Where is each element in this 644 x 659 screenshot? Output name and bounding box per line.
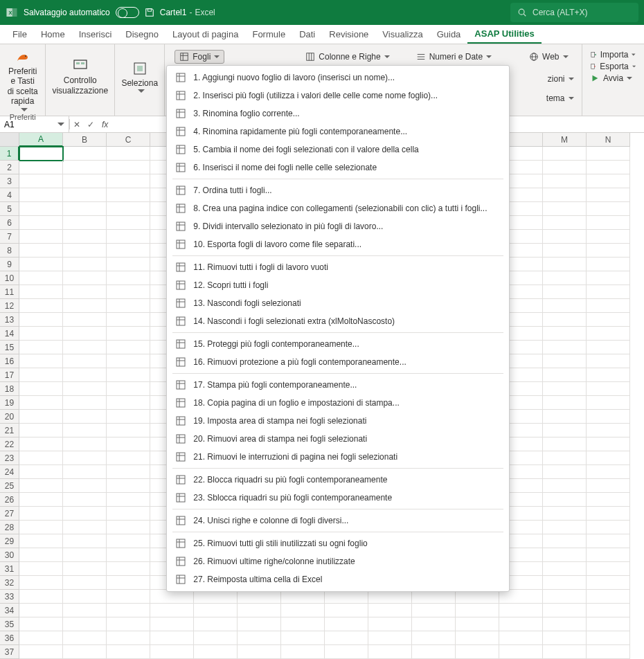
cell[interactable]	[19, 465, 63, 479]
cell[interactable]	[587, 327, 630, 341]
menu-item[interactable]: 21. Rimuovi le interruzioni di pagina ne…	[167, 448, 509, 466]
menu-item[interactable]: 7. Ordina tutti i fogli...	[167, 181, 509, 199]
cell[interactable]	[587, 396, 630, 410]
cell[interactable]	[543, 161, 587, 174]
cell[interactable]	[107, 147, 150, 161]
menu-item[interactable]: 24. Unisci righe e colonne di fogli dive…	[167, 512, 509, 530]
cell[interactable]	[543, 147, 587, 161]
row-header[interactable]: 3	[0, 174, 19, 188]
row-header[interactable]: 25	[0, 479, 19, 493]
cell[interactable]	[281, 617, 325, 631]
cancel-icon[interactable]: ✕	[70, 116, 84, 132]
cell[interactable]	[107, 188, 150, 202]
cell[interactable]	[543, 507, 587, 521]
cell[interactable]	[19, 202, 63, 216]
cell[interactable]	[412, 590, 456, 604]
tab-inserisci[interactable]: Inserisci	[72, 25, 119, 44]
esporta-button[interactable]: Esporta	[590, 62, 636, 71]
menu-item[interactable]: 1. Aggiungi nuovo foglio di lavoro (inse…	[167, 69, 509, 87]
cell[interactable]	[238, 645, 281, 659]
cell[interactable]	[19, 562, 63, 576]
cell[interactable]	[19, 396, 63, 410]
row-header[interactable]: 7	[0, 230, 19, 244]
cell[interactable]	[19, 631, 63, 645]
cell[interactable]	[107, 327, 150, 341]
cell[interactable]	[456, 604, 499, 617]
cell[interactable]	[543, 631, 587, 645]
cell[interactable]	[150, 645, 194, 659]
menu-item[interactable]: 13. Nascondi fogli selezionati	[167, 294, 509, 312]
cell[interactable]	[543, 493, 587, 507]
cell[interactable]	[238, 617, 281, 631]
row-header[interactable]: 13	[0, 313, 19, 327]
cell[interactable]	[543, 534, 587, 548]
cell[interactable]	[63, 507, 107, 521]
column-header[interactable]: N	[587, 133, 630, 147]
cell[interactable]	[412, 617, 456, 631]
cell[interactable]	[63, 465, 107, 479]
menu-item[interactable]: 19. Imposta area di stampa nei fogli sel…	[167, 412, 509, 430]
cell[interactable]	[587, 493, 630, 507]
cell[interactable]	[107, 174, 150, 188]
seleziona-button[interactable]: Seleziona	[121, 48, 158, 105]
row-header[interactable]: 33	[0, 590, 19, 604]
cell[interactable]	[19, 313, 63, 327]
cell[interactable]	[587, 174, 630, 188]
cell[interactable]	[107, 521, 150, 534]
menu-item[interactable]: 6. Inserisci il nome dei fogli nelle cel…	[167, 159, 509, 177]
cell[interactable]	[587, 465, 630, 479]
cell[interactable]	[19, 493, 63, 507]
cell[interactable]	[499, 645, 543, 659]
cell[interactable]	[499, 631, 543, 645]
cell[interactable]	[456, 590, 499, 604]
cell[interactable]	[587, 188, 630, 202]
menu-item[interactable]: 8. Crea una pagina indice con collegamen…	[167, 199, 509, 217]
cell[interactable]	[456, 617, 499, 631]
cell[interactable]	[587, 576, 630, 590]
row-header[interactable]: 34	[0, 604, 19, 617]
row-header[interactable]: 2	[0, 161, 19, 174]
cell[interactable]	[587, 424, 630, 437]
row-header[interactable]: 16	[0, 354, 19, 368]
cell[interactable]	[587, 258, 630, 271]
tab-visualizza[interactable]: Visualizza	[375, 25, 429, 44]
search-box[interactable]: Cerca (ALT+X)	[510, 3, 638, 22]
tab-dati[interactable]: Dati	[292, 25, 322, 44]
cell[interactable]	[63, 493, 107, 507]
column-header[interactable]: A	[19, 133, 63, 147]
cell[interactable]	[107, 617, 150, 631]
cell[interactable]	[587, 631, 630, 645]
cell[interactable]	[107, 299, 150, 313]
row-header[interactable]: 10	[0, 271, 19, 285]
name-box-input[interactable]	[4, 120, 46, 129]
cell[interactable]	[543, 396, 587, 410]
cell[interactable]	[19, 341, 63, 354]
cell[interactable]	[587, 244, 630, 258]
cell[interactable]	[19, 327, 63, 341]
cell[interactable]	[107, 424, 150, 437]
row-header[interactable]: 19	[0, 396, 19, 410]
cell[interactable]	[238, 604, 281, 617]
cell[interactable]	[19, 437, 63, 451]
cell[interactable]	[238, 631, 281, 645]
cell[interactable]	[587, 604, 630, 617]
row-header[interactable]: 35	[0, 617, 19, 631]
cell[interactable]	[107, 258, 150, 271]
cell[interactable]	[587, 230, 630, 244]
cell[interactable]	[19, 368, 63, 382]
cell[interactable]	[543, 354, 587, 368]
cell[interactable]	[107, 479, 150, 493]
cell[interactable]	[587, 479, 630, 493]
cell[interactable]	[543, 216, 587, 230]
cell[interactable]	[19, 216, 63, 230]
cell[interactable]	[107, 410, 150, 424]
cell[interactable]	[587, 451, 630, 465]
cell[interactable]	[543, 299, 587, 313]
cell[interactable]	[63, 617, 107, 631]
cell[interactable]	[19, 590, 63, 604]
menu-item[interactable]: 2. Inserisci più fogli (utilizza i valor…	[167, 87, 509, 105]
row-header[interactable]: 32	[0, 576, 19, 590]
cell[interactable]	[587, 216, 630, 230]
row-header[interactable]: 11	[0, 285, 19, 299]
cell[interactable]	[19, 271, 63, 285]
